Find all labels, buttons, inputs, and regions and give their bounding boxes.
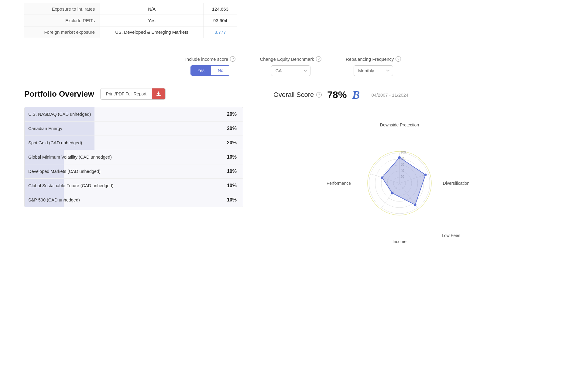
download-button[interactable] xyxy=(152,88,165,99)
holding-row: Developed Markets (CAD unhedged)10% xyxy=(25,164,243,179)
table-row: Foreign market exposureUS, Developed & E… xyxy=(24,26,237,38)
exposure-table: Exposure to int. ratesN/A124,663Exclude … xyxy=(24,3,237,38)
overall-score-help-icon[interactable]: ? xyxy=(316,92,322,98)
portfolio-section: Portfolio Overview Print/PDF Full Report… xyxy=(24,88,538,259)
overall-score-row: Overall Score ? 78% B 04/2007 - 11/2024 xyxy=(261,88,408,101)
left-panel: Portfolio Overview Print/PDF Full Report… xyxy=(24,88,243,247)
holding-percentage: 10% xyxy=(221,154,237,160)
holding-row: Spot Gold (CAD unhedged)20% xyxy=(25,136,243,150)
radar-chart: Downside Protection Diversification Low … xyxy=(336,119,463,247)
divider xyxy=(261,104,538,104)
holding-name: Global Sustainable Future (CAD unhedged) xyxy=(25,183,221,188)
row-value: US, Developed & Emerging Markets xyxy=(100,26,204,38)
rebalancing-help-icon[interactable]: ? xyxy=(396,56,401,62)
income-score-label: Include income score ? xyxy=(185,56,236,62)
svg-text:100: 100 xyxy=(401,151,406,154)
holding-percentage: 10% xyxy=(221,197,237,203)
holding-name: Developed Markets (CAD unhedged) xyxy=(25,169,221,174)
radar-label-low-fees: Low Fees xyxy=(442,233,460,238)
holding-row: Global Sustainable Future (CAD unhedged)… xyxy=(25,179,243,193)
equity-benchmark-select[interactable]: CA US Global xyxy=(271,65,310,76)
holding-name: Global Minimum Volatility (CAD unhedged) xyxy=(25,155,221,160)
equity-benchmark-label: Change Equity Benchmark ? xyxy=(260,56,321,62)
holding-row: Global Minimum Volatility (CAD unhedged)… xyxy=(25,150,243,164)
holding-name: Canadian Energy xyxy=(25,126,221,131)
portfolio-title: Portfolio Overview xyxy=(24,89,94,99)
radar-label-diversification: Diversification xyxy=(443,181,469,186)
rebalancing-control: Rebalancing Frequency ? Monthly Quarterl… xyxy=(346,56,401,76)
row-number: 8,777 xyxy=(204,26,237,38)
yes-button[interactable]: Yes xyxy=(191,66,211,75)
svg-point-19 xyxy=(414,204,416,206)
rebalancing-select[interactable]: Monthly Quarterly Annually xyxy=(354,65,393,76)
table-row: Exclude REITsYes93,904 xyxy=(24,15,237,26)
row-number: 124,663 xyxy=(204,3,237,15)
right-panel: Overall Score ? 78% B 04/2007 - 11/2024 … xyxy=(261,88,538,247)
svg-point-18 xyxy=(424,174,427,176)
holdings-list: U.S. NASDAQ (CAD unhedged)20%Canadian En… xyxy=(24,107,243,207)
holding-percentage: 20% xyxy=(221,140,237,146)
equity-benchmark-control: Change Equity Benchmark ? CA US Global xyxy=(260,56,321,76)
row-label: Exposure to int. rates xyxy=(24,3,100,15)
holding-percentage: 20% xyxy=(221,112,237,117)
radar-label-income: Income xyxy=(392,239,406,244)
row-number: 93,904 xyxy=(204,15,237,26)
section-header: Portfolio Overview Print/PDF Full Report xyxy=(24,88,243,100)
svg-point-21 xyxy=(381,177,383,179)
svg-point-17 xyxy=(398,156,401,159)
radar-container: Downside Protection Diversification Low … xyxy=(261,119,538,247)
income-score-toggle[interactable]: Yes No xyxy=(190,65,230,76)
equity-benchmark-help-icon[interactable]: ? xyxy=(316,56,321,62)
date-range: 04/2007 - 11/2024 xyxy=(372,92,409,98)
row-value: N/A xyxy=(100,3,204,15)
holding-percentage: 10% xyxy=(221,183,237,188)
svg-point-20 xyxy=(391,192,394,194)
row-value: Yes xyxy=(100,15,204,26)
holding-percentage: 10% xyxy=(221,169,237,174)
holding-name: S&P 500 (CAD unhedged) xyxy=(25,198,221,202)
rebalancing-label: Rebalancing Frequency ? xyxy=(346,56,401,62)
radar-label-downside: Downside Protection xyxy=(380,122,419,127)
no-button[interactable]: No xyxy=(211,66,230,75)
holding-row: S&P 500 (CAD unhedged)10% xyxy=(25,193,243,207)
income-score-help-icon[interactable]: ? xyxy=(230,56,235,62)
controls-section: Include income score ? Yes No Change Equ… xyxy=(24,47,538,88)
holding-row: U.S. NASDAQ (CAD unhedged)20% xyxy=(25,107,243,122)
holding-percentage: 20% xyxy=(221,126,237,131)
radar-label-performance: Performance xyxy=(327,181,351,186)
row-label: Exclude REITs xyxy=(24,15,100,26)
table-row: Exposure to int. ratesN/A124,663 xyxy=(24,3,237,15)
score-letter: B xyxy=(352,88,360,101)
print-button-group[interactable]: Print/PDF Full Report xyxy=(100,88,166,100)
score-value: 78% xyxy=(327,89,347,101)
print-button[interactable]: Print/PDF Full Report xyxy=(101,88,152,99)
holding-row: Canadian Energy20% xyxy=(25,122,243,136)
row-label: Foreign market exposure xyxy=(24,26,100,38)
download-icon xyxy=(156,91,161,96)
overall-score-label: Overall Score ? xyxy=(273,91,322,99)
income-score-control: Include income score ? Yes No xyxy=(185,56,236,76)
holding-name: Spot Gold (CAD unhedged) xyxy=(25,140,221,145)
holding-name: U.S. NASDAQ (CAD unhedged) xyxy=(25,112,221,117)
